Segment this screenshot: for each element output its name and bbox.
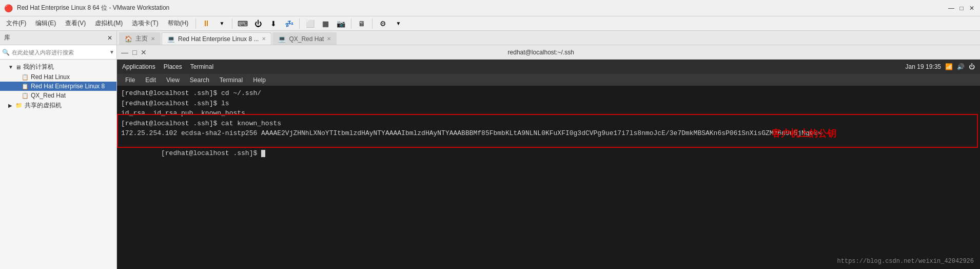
window-icon: 🔴 — [4, 4, 13, 12]
tree-item-redhat-linux[interactable]: 📋 Red Hat Linux — [0, 72, 116, 82]
tab-bar: 🏠 主页 ✕ 💻 Red Hat Enterprise Linux 8 ... … — [117, 31, 980, 45]
toolbar-separator-5 — [372, 18, 373, 29]
tab-home[interactable]: 🏠 主页 ✕ — [119, 32, 161, 45]
toolbar-separator — [195, 18, 196, 29]
term-line-4: [redhat@localhost .ssh]$ cat known_hosts — [121, 119, 976, 129]
tree-item-qx-redhat[interactable]: 📋 QX_Red Hat — [0, 91, 116, 100]
menu-edit[interactable]: 编辑(E) — [31, 18, 60, 29]
rhel8-tab-icon: 💻 — [167, 35, 175, 43]
send-ctrl-alt-del[interactable]: ⌨ — [236, 17, 250, 30]
tree-item-rhel8[interactable]: 📋 Red Hat Enterprise Linux 8 — [0, 82, 116, 91]
vm-window: — □ ✕ redhat@localhost:~/.ssh Applicatio… — [117, 45, 980, 269]
main-layout: 库 ✕ 🔍 ▼ ▼ 🖥 我的计算机 📋 Red Hat Linux — [0, 31, 980, 269]
sidebar-search-dropdown[interactable]: ▼ — [109, 49, 114, 55]
power-off[interactable]: ⬇ — [266, 17, 281, 30]
full-screen[interactable]: ⬜ — [303, 17, 317, 30]
term-menu-search[interactable]: Search — [186, 75, 213, 85]
maximize-button[interactable]: □ — [957, 4, 966, 12]
watermark: https://blog.csdn.net/weixin_42042926 — [837, 258, 974, 265]
term-menu-edit[interactable]: Edit — [141, 75, 160, 85]
vm-title-text: redhat@localhost:~/.ssh — [147, 49, 935, 56]
vm-icon-1: 📋 — [22, 74, 29, 81]
vm-titlebar: — □ ✕ redhat@localhost:~/.ssh — [117, 45, 980, 60]
toolbar-group-1: ⏸ ▼ — [199, 17, 229, 30]
tab-qx[interactable]: 💻 QX_Red Hat ✕ — [272, 32, 337, 45]
window-controls: — □ ✕ — [947, 4, 976, 12]
term-line-2: [redhat@localhost .ssh]$ ls — [121, 99, 976, 109]
gnome-apps-menu[interactable]: Applications — [122, 63, 155, 70]
term-line-5: 172.25.254.102 ecdsa-sha2-nistp256 AAAAE… — [121, 128, 976, 139]
expand-icon-2: ▶ — [8, 103, 14, 108]
term-menu-terminal[interactable]: Terminal — [215, 75, 247, 85]
term-line-6: [redhat@localhost .ssh]$ — [121, 139, 976, 169]
sidebar-search-bar: 🔍 ▼ — [0, 45, 116, 60]
expand-icon: ▼ — [8, 64, 14, 70]
title-bar: 🔴 Red Hat Enterprise Linux 8 64 位 - VMwa… — [0, 0, 980, 16]
menu-vm[interactable]: 虚拟机(M) — [91, 18, 127, 29]
term-menu-view[interactable]: View — [162, 75, 184, 85]
pause-button[interactable]: ⏸ — [199, 17, 213, 30]
vm-minimize-button[interactable]: — — [121, 48, 128, 56]
terminal-menubar: File Edit View Search Terminal Help — [117, 74, 980, 86]
toolbar-separator-3 — [299, 18, 300, 29]
content-area: 🏠 主页 ✕ 💻 Red Hat Enterprise Linux 8 ... … — [117, 31, 980, 269]
sidebar-title: 库 — [4, 33, 10, 42]
qx-tab-icon: 💻 — [278, 35, 286, 43]
term-line-3: id_rsa id_rsa.pub known_hosts — [121, 108, 976, 119]
minimize-button[interactable]: — — [947, 4, 955, 12]
vm-icon-2: 📋 — [22, 83, 29, 90]
vm-close-button[interactable]: ✕ — [141, 48, 147, 56]
folder-icon: 📁 — [15, 102, 23, 109]
console[interactable]: 🖥 — [355, 17, 369, 30]
sidebar: 库 ✕ 🔍 ▼ ▼ 🖥 我的计算机 📋 Red Hat Linux — [0, 31, 117, 269]
gnome-network-icon: 📶 — [945, 63, 953, 70]
home-tab-icon: 🏠 — [125, 35, 132, 43]
menu-view[interactable]: 查看(V) — [61, 18, 90, 29]
sidebar-header: 库 ✕ — [0, 31, 116, 45]
menu-bar: 文件(F) 编辑(E) 查看(V) 虚拟机(M) 选项卡(T) 帮助(H) ⏸ … — [0, 16, 980, 31]
sidebar-search-input[interactable] — [12, 49, 107, 55]
gnome-sound-icon: 🔊 — [957, 63, 965, 70]
computer-icon: 🖥 — [15, 64, 21, 70]
terminal-content[interactable]: [redhat@localhost .ssh]$ cd ~/.ssh/ [red… — [117, 86, 980, 269]
tab-qx-close[interactable]: ✕ — [327, 36, 331, 42]
snap[interactable]: 📷 — [334, 17, 348, 30]
gnome-terminal-menu[interactable]: Terminal — [190, 63, 213, 70]
menu-file[interactable]: 文件(F) — [2, 18, 30, 29]
vm-icon-3: 📋 — [22, 92, 29, 99]
window-title: Red Hat Enterprise Linux 8 64 位 - VMware… — [17, 4, 943, 12]
close-button[interactable]: ✕ — [968, 4, 976, 12]
term-menu-file[interactable]: File — [121, 75, 139, 85]
unity[interactable]: ▦ — [318, 17, 332, 30]
toolbar-separator-2 — [232, 18, 232, 29]
tab-home-close[interactable]: ✕ — [151, 36, 155, 42]
search-icon: 🔍 — [2, 49, 10, 56]
tree-item-my-computer[interactable]: ▼ 🖥 我的计算机 — [0, 62, 116, 72]
term-menu-help[interactable]: Help — [249, 75, 270, 85]
tree-item-shared-vms[interactable]: ▶ 📁 共享的虚拟机 — [0, 100, 116, 111]
suspend[interactable]: 💤 — [282, 17, 296, 30]
sidebar-close-icon[interactable]: ✕ — [107, 34, 112, 42]
sidebar-tree: ▼ 🖥 我的计算机 📋 Red Hat Linux 📋 Red Hat Ente… — [0, 60, 116, 269]
tab-rhel8-close[interactable]: ✕ — [262, 36, 266, 42]
term-line-1: [redhat@localhost .ssh]$ cd ~/.ssh/ — [121, 88, 976, 99]
annotation-text: 客户机上的公钥 — [772, 127, 836, 140]
settings[interactable]: ⚙ — [376, 17, 390, 30]
settings-dropdown[interactable]: ▼ — [391, 17, 405, 30]
terminal-cursor — [261, 150, 265, 157]
gnome-datetime: Jan 19 19:35 — [906, 63, 941, 70]
toolbar-dropdown[interactable]: ▼ — [214, 17, 229, 30]
gnome-power-icon: ⏻ — [969, 63, 975, 70]
gnome-places-menu[interactable]: Places — [164, 63, 182, 70]
menu-tabs[interactable]: 选项卡(T) — [128, 18, 162, 29]
power-on[interactable]: ⏻ — [251, 17, 265, 30]
tab-rhel8[interactable]: 💻 Red Hat Enterprise Linux 8 ... ✕ — [162, 32, 271, 45]
menu-help[interactable]: 帮助(H) — [164, 18, 193, 29]
gnome-topbar: Applications Places Terminal Jan 19 19:3… — [117, 60, 980, 74]
gnome-topbar-right: Jan 19 19:35 📶 🔊 ⏻ — [906, 63, 975, 70]
toolbar-separator-4 — [351, 18, 351, 29]
vm-maximize-button[interactable]: □ — [132, 48, 136, 56]
